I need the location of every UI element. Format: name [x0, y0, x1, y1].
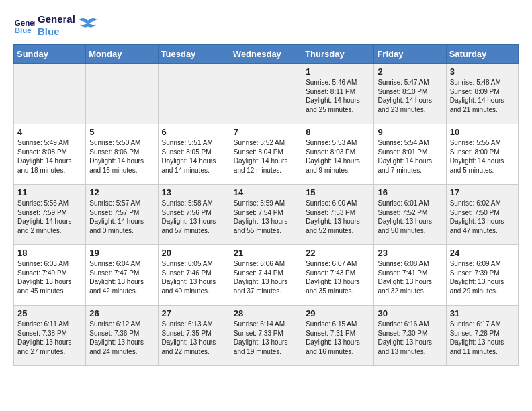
day-number: 15 — [306, 187, 370, 197]
empty-cell — [158, 64, 230, 124]
day-cell-2: 2Sunrise: 5:47 AM Sunset: 8:10 PM Daylig… — [374, 64, 446, 124]
logo-icon: General Blue — [13, 15, 35, 36]
day-number: 7 — [234, 127, 298, 137]
calendar-table: SundayMondayTuesdayWednesdayThursdayFrid… — [13, 44, 519, 366]
day-info: Sunrise: 5:52 AM Sunset: 8:04 PM Dayligh… — [234, 138, 298, 175]
day-number: 8 — [306, 127, 370, 137]
page-header: General Blue General Blue — [13, 13, 519, 38]
day-number: 17 — [450, 187, 515, 197]
day-info: Sunrise: 5:59 AM Sunset: 7:54 PM Dayligh… — [234, 199, 298, 235]
day-info: Sunrise: 6:07 AM Sunset: 7:43 PM Dayligh… — [306, 259, 370, 295]
day-number: 26 — [89, 308, 154, 318]
day-info: Sunrise: 6:01 AM Sunset: 7:52 PM Dayligh… — [378, 199, 442, 235]
day-header-tuesday: Tuesday — [158, 45, 230, 64]
day-cell-17: 17Sunrise: 6:02 AM Sunset: 7:50 PM Dayli… — [446, 185, 518, 245]
day-info: Sunrise: 5:47 AM Sunset: 8:10 PM Dayligh… — [378, 78, 442, 114]
day-number: 23 — [378, 248, 442, 258]
day-header-sunday: Sunday — [14, 45, 86, 64]
day-info: Sunrise: 6:00 AM Sunset: 7:53 PM Dayligh… — [306, 199, 370, 235]
day-cell-28: 28Sunrise: 6:14 AM Sunset: 7:33 PM Dayli… — [230, 306, 302, 366]
day-number: 11 — [17, 187, 82, 197]
day-cell-9: 9Sunrise: 5:54 AM Sunset: 8:01 PM Daylig… — [374, 124, 446, 185]
day-info: Sunrise: 6:17 AM Sunset: 7:28 PM Dayligh… — [450, 320, 515, 356]
day-number: 28 — [234, 308, 298, 318]
day-info: Sunrise: 6:15 AM Sunset: 7:31 PM Dayligh… — [306, 320, 370, 356]
day-cell-1: 1Sunrise: 5:46 AM Sunset: 8:11 PM Daylig… — [302, 64, 374, 124]
day-info: Sunrise: 6:04 AM Sunset: 7:47 PM Dayligh… — [89, 259, 154, 295]
day-info: Sunrise: 6:14 AM Sunset: 7:33 PM Dayligh… — [234, 320, 298, 356]
day-number: 10 — [450, 127, 515, 137]
day-cell-12: 12Sunrise: 5:57 AM Sunset: 7:57 PM Dayli… — [86, 185, 158, 245]
day-info: Sunrise: 5:51 AM Sunset: 8:05 PM Dayligh… — [162, 138, 226, 175]
day-number: 9 — [378, 127, 442, 137]
day-cell-15: 15Sunrise: 6:00 AM Sunset: 7:53 PM Dayli… — [302, 185, 374, 245]
day-cell-31: 31Sunrise: 6:17 AM Sunset: 7:28 PM Dayli… — [446, 306, 518, 366]
day-number: 3 — [450, 66, 515, 77]
logo: General Blue General Blue — [13, 13, 98, 38]
day-cell-19: 19Sunrise: 6:04 AM Sunset: 7:47 PM Dayli… — [86, 245, 158, 306]
svg-text:Blue: Blue — [15, 26, 32, 34]
day-cell-21: 21Sunrise: 6:06 AM Sunset: 7:44 PM Dayli… — [230, 245, 302, 306]
day-cell-10: 10Sunrise: 5:55 AM Sunset: 8:00 PM Dayli… — [446, 124, 518, 185]
day-header-wednesday: Wednesday — [230, 45, 302, 64]
logo-blue-text: Blue — [38, 26, 75, 38]
day-number: 22 — [306, 248, 370, 258]
day-cell-27: 27Sunrise: 6:13 AM Sunset: 7:35 PM Dayli… — [158, 306, 230, 366]
day-number: 13 — [162, 187, 226, 197]
day-number: 4 — [17, 127, 82, 137]
day-cell-6: 6Sunrise: 5:51 AM Sunset: 8:05 PM Daylig… — [158, 124, 230, 185]
day-info: Sunrise: 6:09 AM Sunset: 7:39 PM Dayligh… — [450, 259, 515, 295]
day-number: 30 — [378, 308, 442, 318]
day-cell-16: 16Sunrise: 6:01 AM Sunset: 7:52 PM Dayli… — [374, 185, 446, 245]
logo-bird-icon — [78, 15, 98, 36]
day-header-saturday: Saturday — [446, 45, 518, 64]
day-cell-30: 30Sunrise: 6:16 AM Sunset: 7:30 PM Dayli… — [374, 306, 446, 366]
day-number: 5 — [89, 127, 154, 137]
day-info: Sunrise: 5:56 AM Sunset: 7:59 PM Dayligh… — [17, 199, 82, 235]
day-info: Sunrise: 5:49 AM Sunset: 8:08 PM Dayligh… — [17, 138, 82, 175]
day-cell-8: 8Sunrise: 5:53 AM Sunset: 8:03 PM Daylig… — [302, 124, 374, 185]
day-number: 21 — [234, 248, 298, 258]
day-number: 24 — [450, 248, 515, 258]
day-info: Sunrise: 6:16 AM Sunset: 7:30 PM Dayligh… — [378, 320, 442, 356]
day-number: 31 — [450, 308, 515, 318]
day-info: Sunrise: 6:05 AM Sunset: 7:46 PM Dayligh… — [162, 259, 226, 295]
day-number: 18 — [17, 248, 82, 258]
day-info: Sunrise: 6:06 AM Sunset: 7:44 PM Dayligh… — [234, 259, 298, 295]
day-cell-14: 14Sunrise: 5:59 AM Sunset: 7:54 PM Dayli… — [230, 185, 302, 245]
day-cell-23: 23Sunrise: 6:08 AM Sunset: 7:41 PM Dayli… — [374, 245, 446, 306]
day-header-monday: Monday — [86, 45, 158, 64]
day-cell-11: 11Sunrise: 5:56 AM Sunset: 7:59 PM Dayli… — [14, 185, 86, 245]
logo-general-text: General — [38, 13, 75, 26]
day-number: 14 — [234, 187, 298, 197]
day-info: Sunrise: 6:08 AM Sunset: 7:41 PM Dayligh… — [378, 259, 442, 295]
day-cell-3: 3Sunrise: 5:48 AM Sunset: 8:09 PM Daylig… — [446, 64, 518, 124]
empty-cell — [14, 64, 86, 124]
day-info: Sunrise: 5:58 AM Sunset: 7:56 PM Dayligh… — [162, 199, 226, 235]
empty-cell — [86, 64, 158, 124]
day-info: Sunrise: 6:02 AM Sunset: 7:50 PM Dayligh… — [450, 199, 515, 235]
day-info: Sunrise: 6:03 AM Sunset: 7:49 PM Dayligh… — [17, 259, 82, 295]
day-number: 19 — [89, 248, 154, 258]
day-cell-22: 22Sunrise: 6:07 AM Sunset: 7:43 PM Dayli… — [302, 245, 374, 306]
day-cell-25: 25Sunrise: 6:11 AM Sunset: 7:38 PM Dayli… — [14, 306, 86, 366]
day-cell-29: 29Sunrise: 6:15 AM Sunset: 7:31 PM Dayli… — [302, 306, 374, 366]
day-header-thursday: Thursday — [302, 45, 374, 64]
day-info: Sunrise: 5:50 AM Sunset: 8:06 PM Dayligh… — [89, 138, 154, 175]
day-number: 20 — [162, 248, 226, 258]
day-info: Sunrise: 6:11 AM Sunset: 7:38 PM Dayligh… — [17, 320, 82, 356]
day-info: Sunrise: 6:12 AM Sunset: 7:36 PM Dayligh… — [89, 320, 154, 356]
day-number: 16 — [378, 187, 442, 197]
day-number: 6 — [162, 127, 226, 137]
day-info: Sunrise: 6:13 AM Sunset: 7:35 PM Dayligh… — [162, 320, 226, 356]
day-number: 27 — [162, 308, 226, 318]
day-cell-7: 7Sunrise: 5:52 AM Sunset: 8:04 PM Daylig… — [230, 124, 302, 185]
day-cell-5: 5Sunrise: 5:50 AM Sunset: 8:06 PM Daylig… — [86, 124, 158, 185]
day-info: Sunrise: 5:53 AM Sunset: 8:03 PM Dayligh… — [306, 138, 370, 175]
day-number: 12 — [89, 187, 154, 197]
day-number: 2 — [378, 66, 442, 77]
day-cell-13: 13Sunrise: 5:58 AM Sunset: 7:56 PM Dayli… — [158, 185, 230, 245]
day-cell-4: 4Sunrise: 5:49 AM Sunset: 8:08 PM Daylig… — [14, 124, 86, 185]
day-header-friday: Friday — [374, 45, 446, 64]
day-cell-26: 26Sunrise: 6:12 AM Sunset: 7:36 PM Dayli… — [86, 306, 158, 366]
